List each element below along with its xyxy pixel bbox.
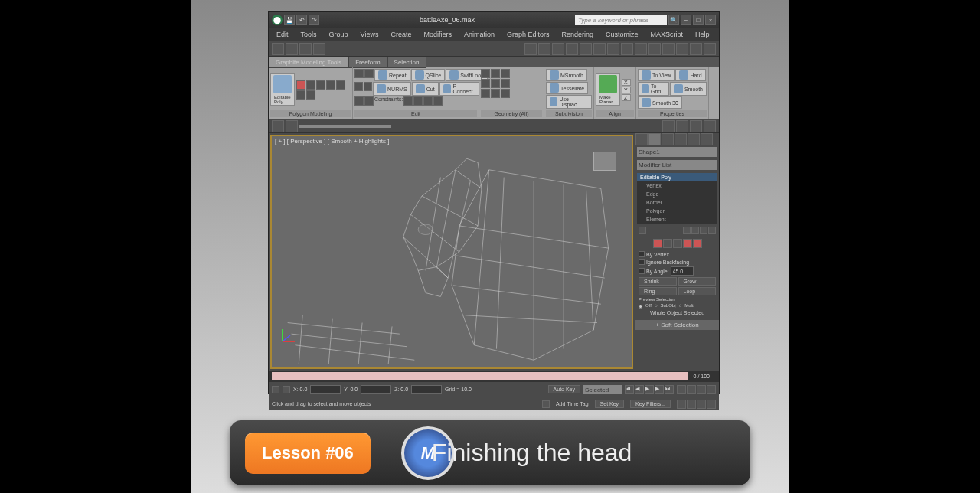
goto-start-icon[interactable]: ⏮ (625, 385, 634, 394)
motion-tab-icon[interactable] (675, 133, 687, 145)
nav-pan-icon[interactable] (707, 385, 716, 394)
redo-icon[interactable]: ↷ (309, 15, 319, 25)
pconnect-button[interactable]: P Connect (439, 82, 479, 96)
percent-snap-icon[interactable] (593, 43, 606, 55)
select-icon[interactable] (272, 43, 284, 55)
show-result-icon[interactable] (683, 227, 691, 234)
grow-button[interactable]: Grow (678, 277, 717, 286)
attach-icon[interactable] (354, 82, 363, 91)
menu-maxscript[interactable]: MAXScript (646, 29, 688, 40)
polygon-subobj[interactable]: Polygon (637, 207, 717, 215)
editable-poly-modifier[interactable]: Editable Poly (637, 173, 717, 181)
menu-customize[interactable]: Customize (601, 29, 643, 40)
selection-filter-dropdown[interactable] (299, 125, 391, 128)
nav-orbit-icon[interactable] (677, 400, 686, 409)
slice-icon[interactable] (364, 96, 374, 106)
menu-group[interactable]: Group (325, 29, 353, 40)
selection-lock-icon[interactable] (283, 386, 290, 393)
angle-snap-icon[interactable] (580, 43, 592, 55)
smooth30-button[interactable]: Smooth 30 (638, 96, 682, 109)
constraint-face-icon[interactable] (423, 96, 433, 106)
extrude-icon[interactable] (491, 79, 500, 88)
goto-end-icon[interactable]: ⏭ (665, 385, 674, 394)
nurms-button[interactable]: NURMS (373, 82, 411, 96)
schematic-icon[interactable] (662, 43, 675, 55)
viewport-icon-3[interactable] (690, 120, 702, 132)
hinge-icon[interactable] (501, 89, 510, 98)
remove-modifier-icon[interactable] (700, 227, 707, 234)
vertex-subobj[interactable]: Vertex (637, 181, 717, 190)
key-mode-dropdown[interactable]: Selected (583, 385, 622, 394)
add-time-tag[interactable]: Add Time Tag (556, 401, 589, 406)
generate-icon[interactable] (306, 90, 315, 100)
y-button[interactable]: Y (622, 87, 631, 93)
menu-tools[interactable]: Tools (296, 29, 322, 40)
to-view-button[interactable]: To View (638, 69, 675, 81)
scale-icon[interactable] (552, 43, 564, 55)
curve-editor-icon[interactable] (648, 43, 661, 55)
msmooth-button[interactable]: MSmooth (546, 69, 587, 81)
tessellate-button[interactable]: Tessellate (546, 82, 588, 94)
menu-edit[interactable]: Edit (272, 29, 293, 40)
setkey-button[interactable]: Set Key (595, 400, 625, 408)
coord-x-input[interactable] (310, 385, 341, 394)
constraint-normal-icon[interactable] (433, 96, 443, 106)
constraint-none-icon[interactable] (403, 96, 413, 106)
tab-graphite[interactable]: Graphite Modeling Tools (269, 57, 348, 68)
nav-zoom-icon[interactable] (677, 385, 686, 394)
angle-input[interactable] (671, 266, 694, 276)
smooth-button[interactable]: Smooth (670, 82, 707, 96)
menu-animation[interactable]: Animation (459, 29, 499, 40)
lock-icon[interactable] (272, 386, 279, 393)
cut-button[interactable]: Cut (412, 82, 439, 96)
x-button[interactable]: X (622, 79, 631, 86)
menu-views[interactable]: Views (356, 29, 384, 40)
prev-frame-icon[interactable]: ◀ (635, 385, 644, 394)
preserve-uv-icon[interactable] (354, 69, 364, 78)
maximize-icon[interactable]: □ (693, 15, 704, 25)
mirror-icon[interactable] (607, 43, 619, 55)
loop-button[interactable]: Loop (678, 287, 717, 295)
z-button[interactable]: Z (622, 94, 631, 101)
edge-mode-icon[interactable] (306, 80, 315, 90)
configure-sets-icon[interactable] (708, 227, 716, 234)
unlink-icon[interactable] (299, 43, 312, 55)
hard-button[interactable]: Hard (675, 69, 705, 81)
modifier-stack[interactable]: Editable Poly Vertex Edge Border Polygon… (637, 173, 717, 224)
shrink-button[interactable]: Shrink (639, 277, 677, 286)
outline-icon[interactable] (491, 89, 500, 98)
search-input[interactable]: Type a keyword or phrase (575, 15, 667, 25)
next-frame-icon[interactable]: ▶ (655, 385, 664, 394)
nav-zoom-region-icon[interactable] (707, 400, 716, 409)
nav-fov-icon[interactable] (697, 385, 706, 394)
menu-create[interactable]: Create (386, 29, 416, 40)
multi-radio[interactable]: Multi (684, 303, 694, 309)
tab-selection[interactable]: Selection (387, 57, 426, 68)
play-icon[interactable]: ▶ (645, 385, 654, 394)
minimize-icon[interactable]: − (681, 15, 691, 25)
use-displacement-button[interactable]: Use Displac... (546, 95, 592, 109)
coord-z-input[interactable] (411, 385, 442, 394)
polygon-mode-icon[interactable] (326, 80, 335, 90)
bridge-icon[interactable] (481, 79, 490, 88)
bind-icon[interactable] (313, 43, 325, 55)
align-icon[interactable] (621, 43, 633, 55)
modifier-list-dropdown[interactable]: Modifier List (637, 160, 717, 170)
border-mode-icon[interactable] (316, 80, 325, 90)
move-icon[interactable] (524, 43, 537, 55)
search-icon[interactable]: 🔍 (668, 15, 679, 25)
by-vertex-checkbox[interactable] (639, 251, 645, 257)
viewport-icon[interactable] (662, 120, 675, 132)
border-subobj[interactable]: Border (637, 198, 717, 207)
ignore-backfacing-checkbox[interactable] (639, 259, 645, 265)
modify-tab-icon[interactable] (648, 133, 661, 145)
editable-poly-button[interactable]: Editable Poly (270, 73, 295, 106)
make-unique-icon[interactable] (691, 227, 699, 234)
off-radio[interactable]: Off (645, 303, 652, 309)
element-subobj[interactable]: Element (637, 215, 717, 224)
to-grid-button[interactable]: To Grid (638, 82, 669, 96)
autokey-button[interactable]: Auto Key (548, 385, 580, 393)
tab-freeform[interactable]: Freeform (348, 57, 387, 68)
utilities-tab-icon[interactable] (701, 133, 713, 145)
timeline-track[interactable] (272, 372, 688, 380)
